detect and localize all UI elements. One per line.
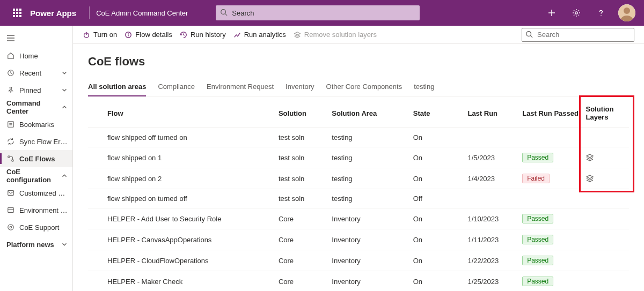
col-flow[interactable]: Flow: [88, 99, 279, 128]
search-icon: [525, 31, 533, 38]
table-row[interactable]: flow shipped on 2test solntestingOn1/4/2…: [88, 168, 629, 189]
cell-last-run: 1/11/2023: [467, 229, 522, 250]
col-solution-area[interactable]: Solution Area: [332, 99, 413, 128]
analytics-icon: [233, 31, 241, 39]
cmd-run-analytics[interactable]: Run analytics: [233, 31, 286, 39]
status-badge: Passed: [522, 214, 553, 223]
sidebar-group-command-center[interactable]: Command Center: [0, 99, 72, 116]
chevron-down-icon: [61, 69, 68, 77]
table-row[interactable]: flow shipped on turned offtest solntesti…: [88, 189, 629, 208]
col-last-run[interactable]: Last Run: [467, 99, 522, 128]
cell-last-run: 1/22/2023: [467, 250, 522, 271]
cell-state: On: [413, 271, 468, 292]
col-solution[interactable]: Solution: [279, 99, 332, 128]
table-row[interactable]: HELPER - Add User to Security RoleCoreIn…: [88, 208, 629, 229]
col-solution-layers[interactable]: Solution Layers: [586, 99, 629, 128]
svg-point-16: [624, 8, 630, 14]
cell-last-run: [467, 128, 522, 147]
sidebar-item-home[interactable]: Home: [0, 47, 72, 64]
cell-flow: flow shipped on 1: [88, 147, 279, 168]
cell-last-run: 1/10/2023: [467, 208, 522, 229]
svg-rect-1: [16, 9, 18, 11]
layers-icon[interactable]: [586, 174, 625, 183]
help-button[interactable]: [589, 0, 613, 26]
hamburger-icon[interactable]: [0, 29, 72, 47]
sidebar-item-env-vars[interactable]: Environment Variables: [0, 202, 72, 219]
page-subtitle: CoE Admin Command Center: [96, 9, 188, 17]
cell-state: On: [413, 147, 468, 168]
cell-area: Inventory: [332, 229, 413, 250]
table-header-row: Flow Solution Solution Area State Last R…: [88, 99, 629, 128]
waffle-icon[interactable]: [4, 0, 30, 26]
sidebar-item-coe-support[interactable]: CoE Support: [0, 219, 72, 236]
cmd-flow-details[interactable]: Flow details: [125, 31, 172, 39]
tab-environment-request[interactable]: Environment Request: [207, 78, 274, 96]
col-state[interactable]: State: [413, 99, 468, 128]
svg-rect-27: [8, 191, 14, 196]
svg-point-37: [526, 31, 531, 36]
add-button[interactable]: [540, 0, 564, 26]
tab-compliance[interactable]: Compliance: [158, 78, 195, 96]
chevron-up-icon: [61, 103, 68, 111]
cmd-run-history[interactable]: Run history: [180, 31, 226, 39]
sidebar-item-custom-emails[interactable]: Customized Emails: [0, 184, 72, 202]
variable-icon: [6, 206, 15, 214]
sidebar-item-coe-flows[interactable]: CoE Flows: [0, 150, 72, 167]
table-row[interactable]: HELPER - CanvasAppOperationsCoreInventor…: [88, 229, 629, 250]
cell-area: testing: [332, 147, 413, 168]
cmd-label: Flow details: [135, 31, 172, 39]
sidebar-group-coe-config[interactable]: CoE configuration: [0, 167, 72, 184]
sidebar-group-platform-news[interactable]: Platform news: [0, 236, 72, 253]
svg-rect-4: [16, 12, 18, 14]
sidebar-group-label: CoE configuration: [6, 168, 61, 184]
cell-layers: [586, 147, 629, 168]
sidebar-item-label: Home: [19, 52, 68, 60]
table-row[interactable]: HELPER - CloudFlowOperationsCoreInventor…: [88, 250, 629, 271]
svg-point-26: [12, 160, 14, 162]
cell-last-run: 1/25/2023: [467, 271, 522, 292]
sidebar-item-label: Sync Flow Errors: [19, 138, 68, 146]
tab-testing[interactable]: testing: [414, 78, 434, 96]
cell-solution: test soln: [279, 128, 332, 147]
svg-rect-22: [8, 122, 14, 128]
sidebar-item-sync-errors[interactable]: Sync Flow Errors: [0, 133, 72, 150]
pin-icon: [6, 86, 15, 94]
sidebar-item-pinned[interactable]: Pinned: [0, 81, 72, 99]
table-row[interactable]: flow shipped on 1test solntestingOn1/5/2…: [88, 147, 629, 168]
sidebar-item-label: Bookmarks: [19, 121, 68, 129]
tab-other-core-components[interactable]: Other Core Components: [326, 78, 402, 96]
table-row[interactable]: HELPER - Maker CheckCoreInventoryOn1/25/…: [88, 271, 629, 292]
sidebar-item-bookmarks[interactable]: Bookmarks: [0, 116, 72, 133]
cmd-turn-on[interactable]: Turn on: [83, 31, 117, 39]
avatar[interactable]: [618, 4, 635, 21]
svg-line-10: [225, 14, 228, 16]
support-icon: [6, 223, 15, 232]
tab-all-solution-areas[interactable]: All solution areas: [88, 78, 146, 96]
tab-inventory[interactable]: Inventory: [286, 78, 314, 96]
cell-solution: Core: [279, 271, 332, 292]
cell-flow: HELPER - CanvasAppOperations: [88, 229, 279, 250]
col-last-run-passed[interactable]: Last Run Passed: [522, 99, 586, 128]
status-badge: Failed: [522, 174, 550, 183]
layers-icon[interactable]: [586, 153, 625, 162]
cell-flow: HELPER - Maker Check: [88, 271, 279, 292]
chevron-down-icon: [61, 241, 68, 248]
table-row[interactable]: flow shipped off turned ontest solntesti…: [88, 128, 629, 147]
top-search-input[interactable]: [216, 5, 420, 20]
content: CoE flows All solution areasComplianceEn…: [73, 44, 644, 291]
settings-button[interactable]: [565, 0, 588, 26]
sidebar-item-recent[interactable]: Recent: [0, 64, 72, 81]
svg-rect-0: [13, 9, 15, 11]
top-actions: [540, 0, 640, 26]
cell-passed: Failed: [522, 168, 586, 189]
cell-flow: flow shipped off turned on: [88, 128, 279, 147]
power-icon: [83, 31, 90, 39]
cmd-label: Turn on: [93, 31, 117, 39]
cell-area: Inventory: [332, 250, 413, 271]
svg-point-30: [8, 225, 14, 230]
app-title: Power Apps: [30, 9, 76, 18]
cmd-search-input[interactable]: [522, 28, 634, 42]
svg-rect-28: [8, 208, 14, 213]
sidebar-item-label: Environment Variables: [19, 206, 68, 214]
cell-state: Off: [413, 189, 468, 208]
